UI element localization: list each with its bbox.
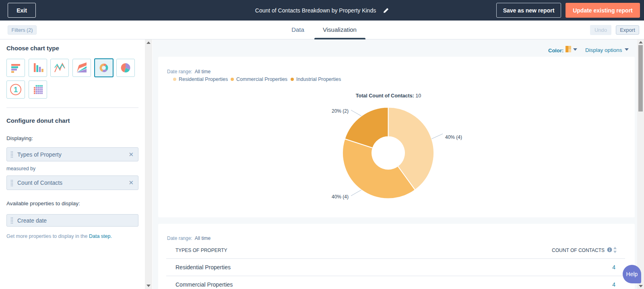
svg-text:1: 1 <box>14 86 18 94</box>
